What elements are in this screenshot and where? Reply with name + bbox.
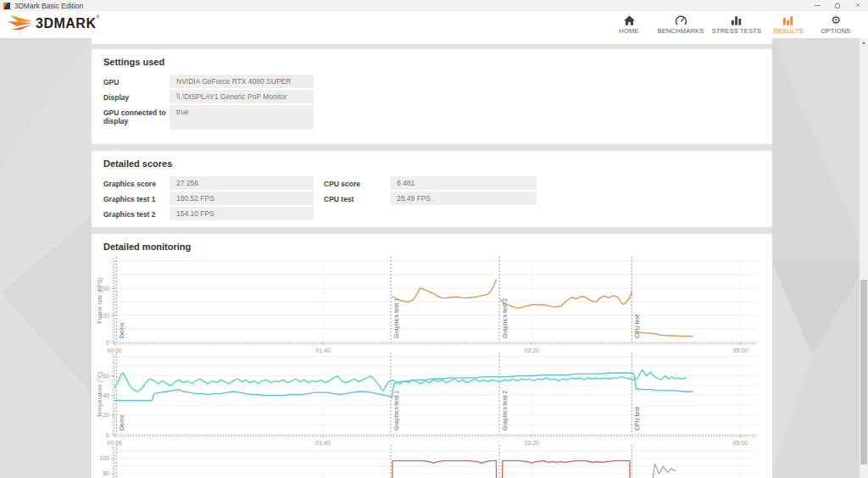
load-chart: 8010000:0001:4003:2005:00DemoGraphics te… [92,445,772,478]
close-button[interactable]: × [848,0,868,11]
scores-right-column: CPU score 8 481 CPU test 28.49 FPS [324,176,537,222]
nav-results[interactable]: RESULTS [765,13,812,36]
svg-text:100: 100 [99,455,109,461]
settings-field-gpu-connected: GPU connected to display true [103,105,760,130]
logo-text: 3DMARK [36,14,96,33]
graphics-score-value: 27 256 [170,176,314,190]
svg-text:Temperature (°C): Temperature (°C) [97,372,103,418]
display-value: \\.\DISPLAY1 Generic PnP Monitor [170,90,314,103]
svg-text:20: 20 [103,412,109,418]
svg-text:Graphics test 2: Graphics test 2 [502,391,509,431]
svg-text:CPU test: CPU test [634,407,640,431]
bars-icon [731,14,743,26]
svg-text:80: 80 [103,470,109,476]
results-page: Settings used GPU NVIDIA GeForce RTX 408… [0,38,868,478]
section-title: Settings used [103,57,760,67]
svg-text:Graphics test 1: Graphics test 1 [393,298,400,338]
minimize-button[interactable] [807,0,827,11]
nav-home[interactable]: HOME [605,13,653,36]
svg-text:Demo: Demo [119,414,125,431]
cpu-score-value: 8 481 [390,176,537,190]
scrollbar-thumb[interactable] [860,280,867,464]
app-header: 3DMARK® HOME BENCHMARKS STRESS TESTS RES… [0,11,868,38]
nav-options[interactable]: ⚙ OPTIONS [812,13,860,36]
score-row-graphics-test-2: Graphics test 2 154.10 FPS [103,207,314,220]
temperature-chart: 020406000:0001:4003:2005:00DemoGraphics … [92,353,772,446]
maximize-icon [835,3,840,8]
svg-text:0: 0 [106,340,109,346]
svg-text:Demo: Demo [119,322,125,338]
svg-text:0: 0 [106,432,109,438]
svg-text:60: 60 [103,373,109,379]
score-row-graphics-score: Graphics score 27 256 [103,176,314,190]
registered-mark: ® [96,14,99,19]
previous-card-fragment [92,38,772,44]
scores-left-column: Graphics score 27 256 Graphics test 1 18… [103,176,314,222]
cpu-test-value: 28.49 FPS [390,192,537,205]
bars-icon [782,14,795,26]
score-row-cpu-test: CPU test 28.49 FPS [324,192,537,205]
minimize-icon [815,5,821,6]
maximize-button[interactable] [827,0,848,11]
nav-stress-tests[interactable]: STRESS TESTS [709,13,765,36]
score-row-graphics-test-1: Graphics test 1 180.52 FPS [103,192,314,205]
gauge-icon [675,14,687,26]
logo-wing-icon [7,14,36,35]
gear-icon: ⚙ [831,14,841,26]
scrollbar-up-icon[interactable]: ▲ [860,38,868,47]
vertical-scrollbar[interactable]: ▲ [860,38,868,478]
settings-field-gpu: GPU NVIDIA GeForce RTX 4080 SUPER [103,75,760,88]
settings-used-card: Settings used GPU NVIDIA GeForce RTX 408… [92,49,772,144]
svg-text:Frame rate (FPS): Frame rate (FPS) [97,277,103,323]
window-titlebar: 3DMark Basic Edition × [0,0,868,11]
close-icon: × [855,2,860,9]
gpu-connected-value: true [170,105,314,130]
frame-rate-chart: 010020000:0001:4003:2005:00DemoGraphics … [92,257,772,353]
section-title: Detailed scores [103,158,760,169]
graphics-test-2-value: 154.10 FPS [170,207,314,220]
graphics-test-1-value: 180.52 FPS [170,192,314,205]
svg-text:40: 40 [103,392,109,398]
score-row-cpu-score: CPU score 8 481 [324,176,537,190]
gpu-value: NVIDIA GeForce RTX 4080 SUPER [170,75,314,88]
window-title: 3DMark Basic Edition [14,2,83,10]
settings-field-display: Display \\.\DISPLAY1 Generic PnP Monitor [103,90,760,103]
3dmark-logo: 3DMARK® [7,14,99,35]
nav-benchmarks[interactable]: BENCHMARKS [653,13,709,36]
detailed-scores-card: Detailed scores Graphics score 27 256 Gr… [92,151,772,227]
svg-text:Graphics test 1: Graphics test 1 [393,391,400,431]
section-title: Detailed monitoring [103,242,760,252]
svg-text:CPU test: CPU test [634,314,640,338]
detailed-monitoring-card: Detailed monitoring 010020000:0001:4003:… [92,234,772,478]
home-icon [623,14,636,26]
main-nav: HOME BENCHMARKS STRESS TESTS RESULTS ⚙ O… [605,13,868,36]
app-icon [3,3,10,9]
